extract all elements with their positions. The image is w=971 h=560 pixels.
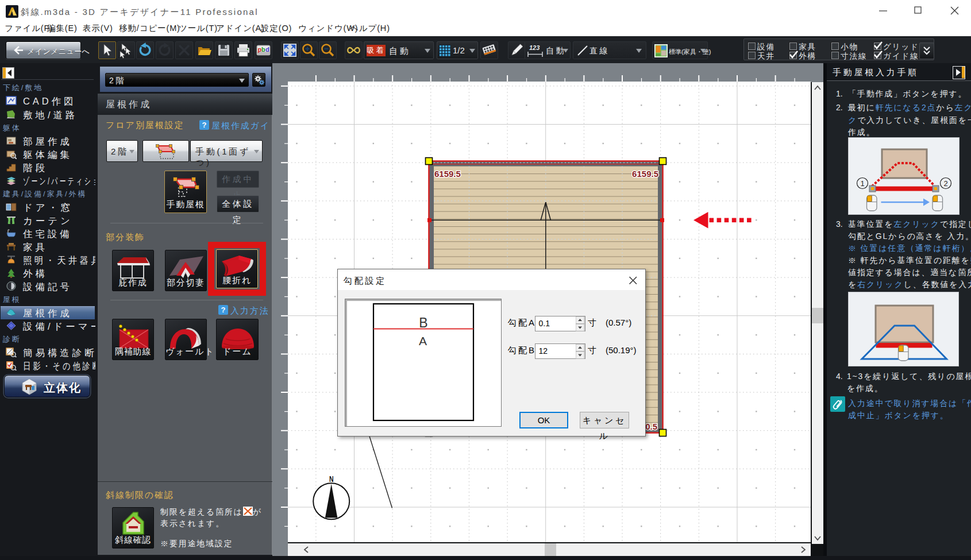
- svg-text:d: d: [265, 46, 269, 53]
- svg-text:6159.5: 6159.5: [434, 169, 461, 179]
- svg-text:b: b: [261, 46, 265, 53]
- svg-text:B: B: [419, 315, 427, 330]
- svg-text:2: 2: [943, 179, 947, 188]
- svg-text:6159.5: 6159.5: [632, 169, 658, 179]
- svg-text:A: A: [419, 334, 427, 347]
- svg-text:123: 123: [529, 44, 540, 51]
- svg-text:N: N: [329, 475, 334, 484]
- svg-text:1: 1: [860, 179, 864, 188]
